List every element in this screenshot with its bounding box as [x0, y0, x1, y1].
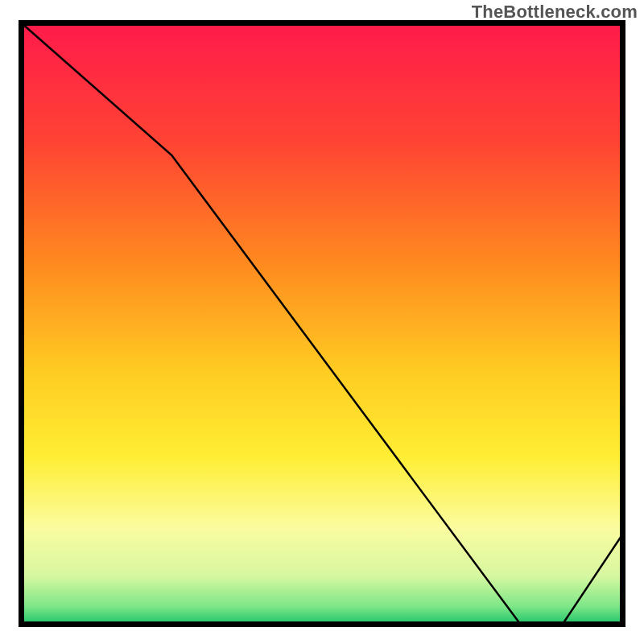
watermark-text: TheBottleneck.com	[472, 2, 638, 23]
chart-background	[22, 23, 623, 625]
bottleneck-chart	[0, 0, 644, 644]
